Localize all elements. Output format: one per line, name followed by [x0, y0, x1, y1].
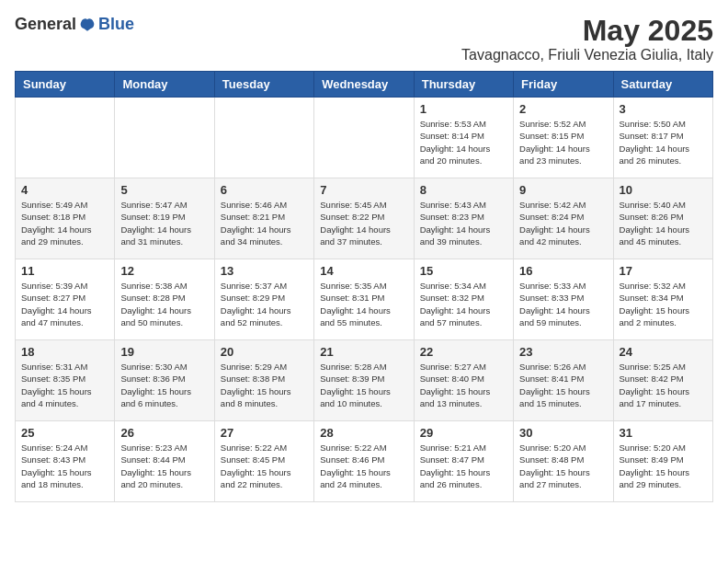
- page-header: General Blue May 2025 Tavagnacco, Friuli…: [15, 15, 713, 63]
- day-number: 16: [519, 264, 607, 278]
- calendar-week-row: 18Sunrise: 5:31 AM Sunset: 8:35 PM Dayli…: [16, 340, 713, 421]
- calendar-cell: 13Sunrise: 5:37 AM Sunset: 8:29 PM Dayli…: [214, 259, 313, 340]
- day-info: Sunrise: 5:47 AM Sunset: 8:19 PM Dayligh…: [120, 199, 208, 247]
- day-number: 23: [519, 345, 607, 359]
- day-number: 1: [420, 102, 507, 116]
- day-info: Sunrise: 5:52 AM Sunset: 8:15 PM Dayligh…: [519, 118, 607, 167]
- day-info: Sunrise: 5:30 AM Sunset: 8:36 PM Dayligh…: [120, 361, 208, 409]
- day-info: Sunrise: 5:23 AM Sunset: 8:44 PM Dayligh…: [120, 442, 208, 490]
- day-info: Sunrise: 5:40 AM Sunset: 8:26 PM Dayligh…: [620, 199, 707, 247]
- calendar-cell: 17Sunrise: 5:32 AM Sunset: 8:34 PM Dayli…: [613, 259, 712, 340]
- day-info: Sunrise: 5:33 AM Sunset: 8:33 PM Dayligh…: [519, 280, 607, 328]
- logo-general: General: [15, 15, 76, 34]
- calendar-cell: [115, 98, 214, 178]
- calendar-cell: [16, 98, 115, 178]
- day-info: Sunrise: 5:22 AM Sunset: 8:45 PM Dayligh…: [221, 442, 308, 490]
- calendar-cell: 25Sunrise: 5:24 AM Sunset: 8:43 PM Dayli…: [16, 421, 115, 502]
- day-number: 2: [519, 102, 607, 116]
- calendar-cell: 14Sunrise: 5:35 AM Sunset: 8:31 PM Dayli…: [314, 259, 414, 340]
- calendar-cell: 29Sunrise: 5:21 AM Sunset: 8:47 PM Dayli…: [414, 421, 513, 502]
- day-info: Sunrise: 5:20 AM Sunset: 8:48 PM Dayligh…: [519, 442, 607, 490]
- calendar-cell: 19Sunrise: 5:30 AM Sunset: 8:36 PM Dayli…: [115, 340, 214, 421]
- calendar-week-row: 4Sunrise: 5:49 AM Sunset: 8:18 PM Daylig…: [16, 178, 713, 259]
- day-number: 9: [519, 183, 607, 197]
- calendar-cell: 5Sunrise: 5:47 AM Sunset: 8:19 PM Daylig…: [115, 178, 214, 259]
- day-number: 20: [221, 345, 308, 359]
- calendar-cell: 24Sunrise: 5:25 AM Sunset: 8:42 PM Dayli…: [613, 340, 712, 421]
- calendar-cell: 22Sunrise: 5:27 AM Sunset: 8:40 PM Dayli…: [414, 340, 513, 421]
- logo: General Blue: [15, 15, 134, 34]
- calendar-cell: 28Sunrise: 5:22 AM Sunset: 8:46 PM Dayli…: [314, 421, 414, 502]
- day-number: 27: [221, 426, 308, 440]
- day-number: 30: [519, 426, 607, 440]
- day-number: 8: [420, 183, 507, 197]
- day-info: Sunrise: 5:37 AM Sunset: 8:29 PM Dayligh…: [221, 280, 308, 328]
- day-info: Sunrise: 5:22 AM Sunset: 8:46 PM Dayligh…: [320, 442, 407, 490]
- day-number: 29: [420, 426, 507, 440]
- calendar-cell: 31Sunrise: 5:20 AM Sunset: 8:49 PM Dayli…: [613, 421, 712, 502]
- day-number: 25: [21, 426, 108, 440]
- calendar-cell: 16Sunrise: 5:33 AM Sunset: 8:33 PM Dayli…: [514, 259, 613, 340]
- calendar-cell: 7Sunrise: 5:45 AM Sunset: 8:22 PM Daylig…: [314, 178, 414, 259]
- day-number: 11: [21, 264, 108, 278]
- day-info: Sunrise: 5:46 AM Sunset: 8:21 PM Dayligh…: [221, 199, 308, 247]
- day-number: 18: [21, 345, 108, 359]
- day-number: 13: [221, 264, 308, 278]
- day-number: 6: [221, 183, 308, 197]
- day-number: 19: [120, 345, 208, 359]
- day-info: Sunrise: 5:45 AM Sunset: 8:22 PM Dayligh…: [320, 199, 407, 247]
- day-info: Sunrise: 5:35 AM Sunset: 8:31 PM Dayligh…: [320, 280, 407, 328]
- day-number: 14: [320, 264, 407, 278]
- calendar-cell: 2Sunrise: 5:52 AM Sunset: 8:15 PM Daylig…: [514, 98, 613, 178]
- day-info: Sunrise: 5:38 AM Sunset: 8:28 PM Dayligh…: [120, 280, 208, 328]
- calendar-cell: 6Sunrise: 5:46 AM Sunset: 8:21 PM Daylig…: [214, 178, 313, 259]
- calendar-cell: 9Sunrise: 5:42 AM Sunset: 8:24 PM Daylig…: [514, 178, 613, 259]
- calendar-cell: [314, 98, 414, 178]
- title-block: May 2025 Tavagnacco, Friuli Venezia Giul…: [461, 15, 713, 63]
- calendar-week-row: 1Sunrise: 5:53 AM Sunset: 8:14 PM Daylig…: [16, 98, 713, 178]
- calendar-cell: 15Sunrise: 5:34 AM Sunset: 8:32 PM Dayli…: [414, 259, 513, 340]
- day-number: 10: [620, 183, 707, 197]
- day-info: Sunrise: 5:42 AM Sunset: 8:24 PM Dayligh…: [519, 199, 607, 247]
- weekday-header-monday: Monday: [115, 72, 214, 98]
- day-number: 15: [420, 264, 507, 278]
- weekday-header-tuesday: Tuesday: [214, 72, 313, 98]
- day-number: 7: [320, 183, 407, 197]
- weekday-header-friday: Friday: [514, 72, 613, 98]
- day-info: Sunrise: 5:26 AM Sunset: 8:41 PM Dayligh…: [519, 361, 607, 409]
- day-info: Sunrise: 5:34 AM Sunset: 8:32 PM Dayligh…: [420, 280, 507, 328]
- day-number: 4: [21, 183, 108, 197]
- calendar-cell: 20Sunrise: 5:29 AM Sunset: 8:38 PM Dayli…: [214, 340, 313, 421]
- calendar-cell: 23Sunrise: 5:26 AM Sunset: 8:41 PM Dayli…: [514, 340, 613, 421]
- day-info: Sunrise: 5:32 AM Sunset: 8:34 PM Dayligh…: [620, 280, 707, 328]
- day-number: 3: [620, 102, 707, 116]
- logo-blue: Blue: [98, 15, 134, 34]
- day-number: 26: [120, 426, 208, 440]
- day-info: Sunrise: 5:43 AM Sunset: 8:23 PM Dayligh…: [420, 199, 507, 247]
- weekday-header-sunday: Sunday: [16, 72, 115, 98]
- day-number: 24: [620, 345, 707, 359]
- month-title: May 2025: [461, 15, 713, 47]
- day-info: Sunrise: 5:25 AM Sunset: 8:42 PM Dayligh…: [620, 361, 707, 409]
- calendar-cell: 3Sunrise: 5:50 AM Sunset: 8:17 PM Daylig…: [613, 98, 712, 178]
- day-info: Sunrise: 5:50 AM Sunset: 8:17 PM Dayligh…: [620, 118, 707, 167]
- calendar-cell: 26Sunrise: 5:23 AM Sunset: 8:44 PM Dayli…: [115, 421, 214, 502]
- calendar-cell: 30Sunrise: 5:20 AM Sunset: 8:48 PM Dayli…: [514, 421, 613, 502]
- calendar-cell: 1Sunrise: 5:53 AM Sunset: 8:14 PM Daylig…: [414, 98, 513, 178]
- weekday-header-thursday: Thursday: [414, 72, 513, 98]
- calendar-cell: 11Sunrise: 5:39 AM Sunset: 8:27 PM Dayli…: [16, 259, 115, 340]
- day-number: 21: [320, 345, 407, 359]
- day-number: 5: [120, 183, 208, 197]
- day-info: Sunrise: 5:53 AM Sunset: 8:14 PM Dayligh…: [420, 118, 507, 167]
- calendar-header-row: SundayMondayTuesdayWednesdayThursdayFrid…: [16, 72, 713, 98]
- day-number: 22: [420, 345, 507, 359]
- calendar-cell: 10Sunrise: 5:40 AM Sunset: 8:26 PM Dayli…: [613, 178, 712, 259]
- day-info: Sunrise: 5:29 AM Sunset: 8:38 PM Dayligh…: [221, 361, 308, 409]
- day-number: 31: [620, 426, 707, 440]
- calendar-cell: 8Sunrise: 5:43 AM Sunset: 8:23 PM Daylig…: [414, 178, 513, 259]
- day-info: Sunrise: 5:20 AM Sunset: 8:49 PM Dayligh…: [620, 442, 707, 490]
- calendar-cell: 18Sunrise: 5:31 AM Sunset: 8:35 PM Dayli…: [16, 340, 115, 421]
- weekday-header-saturday: Saturday: [613, 72, 712, 98]
- calendar-cell: [214, 98, 313, 178]
- day-number: 28: [320, 426, 407, 440]
